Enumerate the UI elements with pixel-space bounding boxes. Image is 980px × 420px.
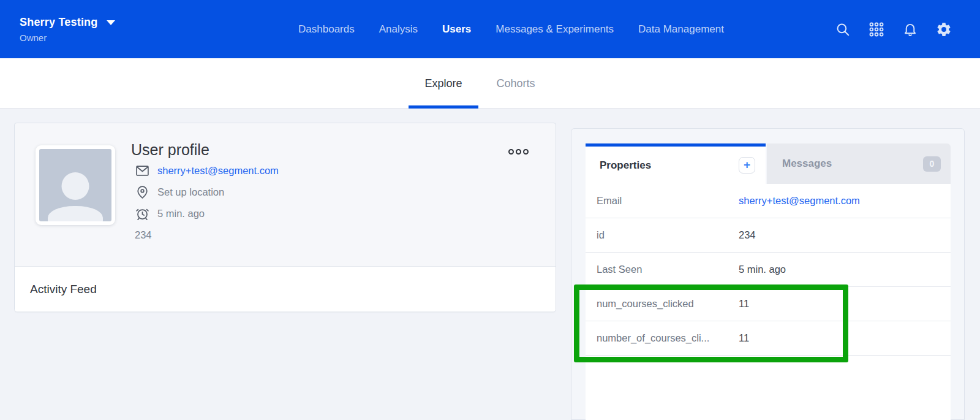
tab-messages[interactable]: Messages 0 — [767, 143, 951, 184]
table-row-number-of-courses-clicked: number_of_courses_cli... 11 — [586, 321, 951, 356]
nav-item-messages-experiments[interactable]: Messages & Experiments — [496, 23, 614, 36]
tab-explore[interactable]: Explore — [409, 58, 478, 109]
nav-item-users[interactable]: Users — [442, 23, 471, 36]
account-role: Owner — [20, 32, 221, 43]
activity-feed-title: Activity Feed — [30, 283, 97, 296]
profile-email-row: sherry+test@segment.com — [134, 160, 279, 181]
profile-section: User profile sherry+test@segment.com — [15, 123, 556, 266]
profile-details: User profile sherry+test@segment.com — [131, 139, 279, 241]
profile-location-text[interactable]: Set up location — [157, 186, 224, 198]
add-property-button[interactable]: + — [739, 157, 755, 174]
main-content: User profile sherry+test@segment.com — [0, 109, 980, 420]
profile-user-id: 234 — [135, 229, 279, 241]
chevron-down-icon — [107, 20, 115, 25]
row-label: Email — [597, 195, 739, 207]
properties-table: Email sherry+test@segment.com id 234 Las… — [586, 184, 951, 420]
profile-title: User profile — [131, 139, 279, 160]
tab-cohorts-label: Cohorts — [496, 77, 535, 90]
ellipsis-menu-icon[interactable] — [506, 147, 531, 157]
row-value-email-link[interactable]: sherry+test@segment.com — [739, 195, 860, 207]
row-value: 5 min. ago — [739, 264, 786, 275]
header-icons — [835, 21, 980, 37]
avatar-silhouette-body — [48, 206, 103, 225]
location-pin-icon — [134, 184, 151, 200]
row-label: Last Seen — [597, 264, 739, 275]
row-label: id — [597, 229, 739, 241]
row-value: 11 — [739, 332, 749, 344]
tab-messages-label: Messages — [782, 158, 832, 170]
tab-properties-label: Properties — [600, 159, 651, 172]
panel-tabs: Properties + Messages 0 — [586, 143, 951, 184]
messages-count-badge: 0 — [923, 156, 941, 172]
avatar — [36, 145, 115, 225]
row-value: 11 — [739, 298, 749, 310]
app-header: Sherry Testing Owner Dashboards Analysis… — [0, 0, 980, 58]
activity-feed-section: Activity Feed — [15, 266, 556, 311]
search-icon[interactable] — [835, 21, 851, 37]
section-tabbar: Explore Cohorts — [0, 58, 980, 109]
alarm-clock-icon — [134, 205, 151, 222]
apps-grid-icon[interactable] — [869, 21, 884, 37]
envelope-icon — [134, 162, 151, 179]
table-row-num-courses-clicked: num_courses_clicked 11 — [586, 287, 951, 321]
nav-item-analysis[interactable]: Analysis — [379, 23, 418, 36]
user-profile-card: User profile sherry+test@segment.com — [14, 123, 556, 311]
table-row-email: Email sherry+test@segment.com — [586, 184, 951, 218]
profile-lastseen-row: 5 min. ago — [134, 203, 279, 224]
row-label: number_of_courses_cli... — [597, 332, 739, 344]
main-nav: Dashboards Analysis Users Messages & Exp… — [204, 23, 818, 36]
tab-properties[interactable]: Properties + — [586, 143, 766, 184]
table-empty-space — [586, 356, 951, 420]
account-name: Sherry Testing — [20, 16, 98, 29]
row-value: 234 — [739, 229, 756, 241]
nav-item-data-management[interactable]: Data Management — [638, 23, 724, 36]
tab-cohorts[interactable]: Cohorts — [482, 58, 549, 109]
gear-icon[interactable] — [936, 21, 952, 37]
row-label: num_courses_clicked — [597, 298, 739, 310]
table-row-id: id 234 — [586, 218, 951, 253]
bell-icon[interactable] — [902, 21, 918, 37]
properties-panel-card: Properties + Messages 0 Email sherry+tes… — [571, 128, 965, 420]
avatar-silhouette-head — [62, 172, 89, 200]
profile-email-link[interactable]: sherry+test@segment.com — [157, 165, 279, 177]
profile-lastseen-text: 5 min. ago — [157, 208, 205, 220]
table-row-last-seen: Last Seen 5 min. ago — [586, 253, 951, 287]
account-switcher[interactable]: Sherry Testing Owner — [0, 16, 221, 43]
nav-item-dashboards[interactable]: Dashboards — [298, 23, 355, 36]
tab-explore-label: Explore — [424, 77, 462, 90]
profile-location-row: Set up location — [134, 181, 279, 203]
